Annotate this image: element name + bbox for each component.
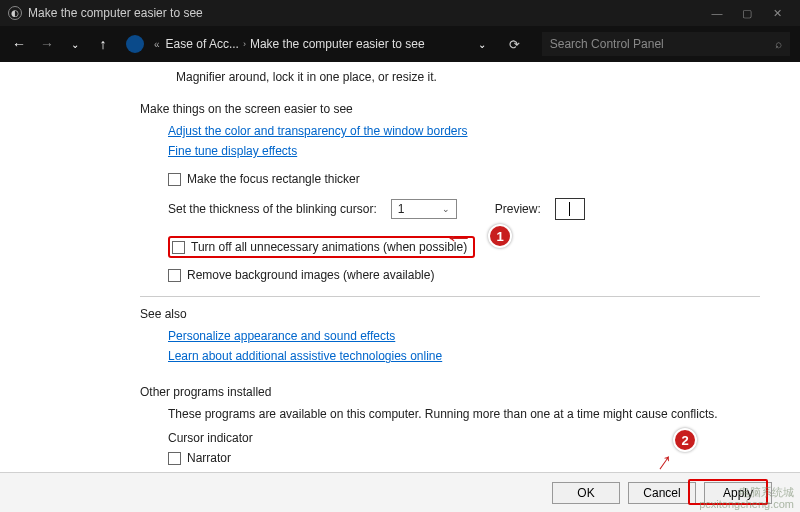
link-window-borders[interactable]: Adjust the color and transparency of the… bbox=[168, 124, 468, 138]
divider bbox=[140, 296, 760, 297]
link-assistive-tech[interactable]: Learn about additional assistive technol… bbox=[168, 349, 442, 363]
section-other-title: Other programs installed bbox=[140, 385, 760, 399]
app-icon: ◐ bbox=[8, 6, 22, 20]
window-title: Make the computer easier to see bbox=[28, 6, 203, 20]
breadcrumb[interactable]: « Ease of Acc... › Make the computer eas… bbox=[154, 37, 425, 51]
cursor-preview bbox=[555, 198, 585, 220]
checkbox-turn-off-animations[interactable] bbox=[172, 241, 185, 254]
recent-dropdown[interactable]: ⌄ bbox=[66, 39, 84, 50]
watermark: 电脑系统城 pcxitongcheng.com bbox=[699, 486, 794, 510]
section-seealso-title: See also bbox=[140, 307, 760, 321]
label-focus-rectangle: Make the focus rectangle thicker bbox=[187, 172, 360, 186]
maximize-button[interactable]: ▢ bbox=[732, 7, 762, 20]
search-placeholder: Search Control Panel bbox=[550, 37, 664, 51]
annotation-callout-1: 1 bbox=[488, 224, 512, 248]
footer: OK Cancel Apply bbox=[0, 472, 800, 512]
annotation-arrow-1: ← bbox=[444, 225, 475, 251]
section-easier-title: Make things on the screen easier to see bbox=[140, 102, 760, 116]
address-icon bbox=[126, 35, 144, 53]
link-fine-tune[interactable]: Fine tune display effects bbox=[168, 144, 297, 158]
link-personalize[interactable]: Personalize appearance and sound effects bbox=[168, 329, 395, 343]
forward-button[interactable]: → bbox=[38, 36, 56, 52]
crumb-ease[interactable]: Ease of Acc... bbox=[166, 37, 239, 51]
chevron-right-icon: › bbox=[243, 39, 246, 49]
minimize-button[interactable]: — bbox=[702, 7, 732, 19]
back-button[interactable]: ← bbox=[10, 36, 28, 52]
cursor-indicator-label: Cursor indicator bbox=[168, 431, 760, 445]
annotation-callout-2: 2 bbox=[673, 428, 697, 452]
checkbox-remove-background[interactable] bbox=[168, 269, 181, 282]
dropdown-value: 1 bbox=[398, 202, 405, 216]
search-input[interactable]: Search Control Panel ⌕ bbox=[542, 32, 790, 56]
content-area: Magnifier around, lock it in one place, … bbox=[0, 62, 800, 472]
dropdown-cursor-thickness[interactable]: 1 ⌄ bbox=[391, 199, 457, 219]
close-button[interactable]: ✕ bbox=[762, 7, 792, 20]
label-preview: Preview: bbox=[495, 202, 541, 216]
navbar: ← → ⌄ ↑ « Ease of Acc... › Make the comp… bbox=[0, 26, 800, 62]
crumb-page[interactable]: Make the computer easier to see bbox=[250, 37, 425, 51]
checkbox-focus-rectangle[interactable] bbox=[168, 173, 181, 186]
refresh-button[interactable]: ⟳ bbox=[509, 37, 520, 52]
label-turn-off-animations: Turn off all unnecessary animations (whe… bbox=[191, 240, 467, 254]
titlebar: ◐ Make the computer easier to see — ▢ ✕ bbox=[0, 0, 800, 26]
label-narrator: Narrator bbox=[187, 451, 231, 465]
checkbox-narrator[interactable] bbox=[168, 452, 181, 465]
chevron-down-icon: ⌄ bbox=[442, 204, 450, 214]
highlight-animations: Turn off all unnecessary animations (whe… bbox=[168, 236, 475, 258]
label-cursor-thickness: Set the thickness of the blinking cursor… bbox=[168, 202, 377, 216]
other-programs-desc: These programs are available on this com… bbox=[168, 407, 760, 421]
up-button[interactable]: ↑ bbox=[94, 36, 112, 52]
ok-button[interactable]: OK bbox=[552, 482, 620, 504]
magnifier-text: Magnifier around, lock it in one place, … bbox=[140, 70, 760, 84]
label-remove-background: Remove background images (where availabl… bbox=[187, 268, 434, 282]
address-dropdown[interactable]: ⌄ bbox=[473, 39, 491, 50]
cancel-button[interactable]: Cancel bbox=[628, 482, 696, 504]
search-icon: ⌕ bbox=[775, 37, 782, 51]
